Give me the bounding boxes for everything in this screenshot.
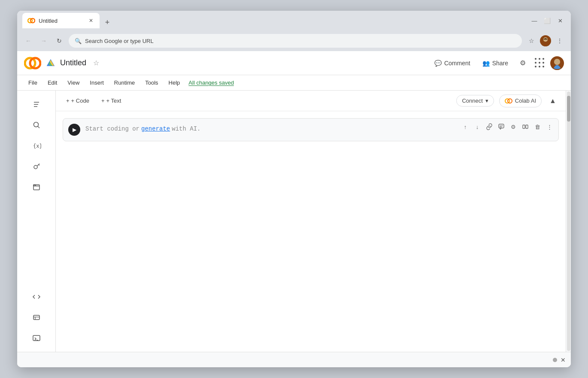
sidebar-terminal-button[interactable] bbox=[28, 329, 45, 347]
collapse-button[interactable]: ▲ bbox=[547, 95, 559, 107]
chrome-menu-button[interactable]: ⋮ bbox=[554, 35, 566, 47]
back-button[interactable]: ← bbox=[22, 35, 34, 47]
plus-code-icon: + bbox=[66, 98, 70, 104]
menu-tools[interactable]: Tools bbox=[141, 78, 162, 88]
menu-insert[interactable]: Insert bbox=[85, 78, 108, 88]
cell-more-button[interactable]: ⋮ bbox=[544, 121, 555, 132]
bottom-indicator-dot bbox=[553, 358, 557, 362]
scrollbar-track[interactable] bbox=[567, 91, 570, 351]
colab-logo bbox=[24, 55, 41, 72]
command-icon bbox=[32, 313, 41, 322]
apps-grid-button[interactable] bbox=[533, 56, 547, 70]
files-icon bbox=[32, 183, 41, 191]
add-code-button[interactable]: + + Code bbox=[63, 96, 93, 106]
minimize-button[interactable]: — bbox=[529, 15, 540, 26]
colab-ai-button[interactable]: Colab AI bbox=[499, 94, 542, 107]
cell-code[interactable]: Start coding or generate with AI. bbox=[85, 124, 200, 132]
comment-button[interactable]: 💬 Comment bbox=[430, 57, 475, 69]
colab-ai-icon bbox=[505, 97, 512, 105]
sidebar-toc-button[interactable] bbox=[28, 96, 45, 113]
svg-rect-35 bbox=[526, 125, 528, 128]
cell-move-up-button[interactable]: ↑ bbox=[460, 121, 471, 132]
apps-grid-icon bbox=[535, 58, 545, 68]
cells-container: ↑ ↓ bbox=[56, 111, 566, 352]
sidebar-code-snippets-button[interactable] bbox=[28, 288, 45, 305]
svg-rect-24 bbox=[33, 315, 39, 320]
address-input-wrapper[interactable]: 🔍 Search Google or type URL bbox=[69, 34, 522, 48]
menu-help[interactable]: Help bbox=[164, 78, 185, 88]
maximize-button[interactable]: ⬜ bbox=[542, 15, 553, 26]
search-sidebar-icon bbox=[32, 121, 41, 129]
bottom-bar: ✕ bbox=[17, 352, 571, 367]
browser-profile-avatar[interactable] bbox=[540, 35, 551, 46]
cell-link-button[interactable] bbox=[484, 121, 495, 132]
bottom-close-button[interactable]: ✕ bbox=[561, 357, 566, 363]
add-text-button[interactable]: + + Text bbox=[98, 96, 124, 106]
notebook-content: + + Code + + Text Connect ▾ bbox=[56, 91, 566, 352]
toc-icon bbox=[32, 100, 41, 109]
app-header: Untitled ☆ 💬 Comment 👥 Share ⚙ bbox=[17, 51, 571, 75]
sidebar-secrets-button[interactable] bbox=[28, 158, 45, 175]
svg-rect-34 bbox=[523, 125, 525, 128]
settings-button[interactable]: ⚙ bbox=[516, 56, 530, 70]
connect-button[interactable]: Connect ▾ bbox=[456, 95, 494, 107]
sidebar-command-palette-button[interactable] bbox=[28, 309, 45, 326]
menu-runtime[interactable]: Runtime bbox=[110, 78, 139, 88]
svg-point-3 bbox=[542, 42, 549, 46]
run-cell-button[interactable]: ▶ bbox=[68, 124, 80, 136]
search-icon: 🔍 bbox=[75, 38, 82, 44]
connect-chevron-icon: ▾ bbox=[485, 98, 488, 104]
browser-tab[interactable]: Untitled ✕ bbox=[22, 13, 100, 28]
address-bar: ← → ↻ 🔍 Search Google or type URL ☆ ⋮ bbox=[17, 30, 571, 51]
generate-link[interactable]: generate bbox=[141, 125, 170, 132]
code-snippets-icon bbox=[32, 293, 41, 301]
cell-settings-button[interactable]: ⚙ bbox=[508, 121, 519, 132]
variables-icon: {x} bbox=[32, 141, 41, 150]
comment-icon: 💬 bbox=[434, 60, 442, 67]
sidebar-variables-button[interactable]: {x} bbox=[28, 137, 45, 154]
menu-bar: File Edit View Insert Runtime Tools Help… bbox=[17, 75, 571, 91]
user-avatar[interactable] bbox=[550, 56, 564, 70]
share-button[interactable]: 👥 Share bbox=[478, 57, 512, 69]
svg-text:{x}: {x} bbox=[33, 143, 41, 149]
cell-delete-button[interactable]: 🗑 bbox=[532, 121, 543, 132]
app-content: Untitled ☆ 💬 Comment 👥 Share ⚙ bbox=[17, 51, 571, 367]
menu-view[interactable]: View bbox=[63, 78, 84, 88]
window-controls: — ⬜ ✕ bbox=[529, 15, 566, 26]
menu-file[interactable]: File bbox=[24, 78, 42, 88]
star-button[interactable]: ☆ bbox=[91, 57, 101, 69]
save-status[interactable]: All changes saved bbox=[186, 78, 236, 88]
cell-placeholder-after: with AI. bbox=[172, 125, 200, 132]
tab-title-text: Untitled bbox=[39, 18, 84, 24]
notebook-toolbar: + + Code + + Text Connect ▾ bbox=[56, 91, 566, 111]
code-cell: ↑ ↓ bbox=[63, 118, 559, 141]
svg-rect-27 bbox=[33, 335, 40, 341]
share-icon: 👥 bbox=[482, 60, 490, 67]
left-sidebar: {x} bbox=[17, 91, 56, 352]
close-window-button[interactable]: ✕ bbox=[555, 15, 566, 26]
cell-comment-button[interactable] bbox=[496, 121, 507, 132]
bookmark-button[interactable]: ☆ bbox=[525, 35, 537, 47]
cell-move-down-button[interactable]: ↓ bbox=[472, 121, 483, 132]
svg-point-17 bbox=[33, 122, 38, 127]
address-bar-right: ☆ ⋮ bbox=[525, 35, 566, 47]
main-area: {x} bbox=[17, 91, 571, 352]
connect-label: Connect bbox=[462, 98, 482, 104]
sidebar-search-button[interactable] bbox=[28, 116, 45, 134]
forward-button[interactable]: → bbox=[38, 35, 50, 47]
new-tab-button[interactable]: + bbox=[101, 16, 113, 28]
colab-ai-label: Colab AI bbox=[515, 98, 536, 104]
mirror-icon bbox=[522, 123, 529, 130]
cell-mirror-button[interactable] bbox=[520, 121, 531, 132]
sidebar-files-button[interactable] bbox=[28, 178, 45, 195]
reload-button[interactable]: ↻ bbox=[53, 35, 65, 47]
scrollbar-thumb[interactable] bbox=[567, 96, 570, 122]
header-actions: 💬 Comment 👥 Share ⚙ bbox=[430, 56, 564, 70]
document-title: Untitled bbox=[60, 58, 86, 67]
svg-point-20 bbox=[34, 165, 37, 169]
menu-edit[interactable]: Edit bbox=[43, 78, 61, 88]
tab-favicon bbox=[27, 17, 35, 24]
tab-close-button[interactable]: ✕ bbox=[88, 17, 94, 24]
comment-icon bbox=[498, 123, 505, 130]
cell-placeholder-before: Start coding or bbox=[85, 125, 139, 132]
